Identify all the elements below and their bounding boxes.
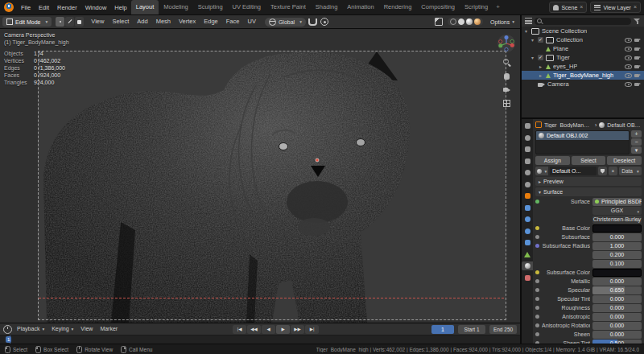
hide-in-viewport-icon[interactable] [625, 45, 632, 52]
tab-object[interactable] [522, 191, 533, 200]
disable-in-render-icon[interactable] [634, 54, 642, 61]
camera-view-icon[interactable] [502, 85, 511, 94]
end-frame-field[interactable]: End 250 [489, 325, 517, 334]
tab-modifiers[interactable] [522, 204, 533, 212]
disable-in-render-icon[interactable] [634, 80, 642, 88]
disable-in-render-icon[interactable] [634, 72, 642, 79]
menu-render[interactable]: Render [53, 1, 81, 14]
start-frame-field[interactable]: Start 1 [458, 325, 485, 334]
scene-canvas[interactable] [0, 29, 520, 323]
play-reverse-button[interactable]: ◀ [262, 325, 275, 334]
preview-section-header[interactable]: Preview [535, 177, 642, 186]
hide-in-viewport-icon[interactable] [625, 63, 632, 70]
keying-menu[interactable]: Keying [49, 323, 76, 335]
pan-tool-icon[interactable] [502, 72, 511, 80]
workspace-tab-sculpting[interactable]: Sculpting [193, 0, 228, 14]
sheen-tint-slider[interactable]: 0.500 [592, 340, 642, 344]
expand-arrow-icon[interactable]: ▾ [530, 37, 535, 43]
tab-constraints[interactable] [522, 238, 533, 247]
blender-logo-icon[interactable] [4, 2, 14, 12]
expand-arrow-icon[interactable]: ▸ [538, 64, 543, 69]
playback-menu[interactable]: Playback [14, 323, 47, 335]
outliner-row-tiger[interactable]: ▾ Tiger [522, 53, 644, 62]
hide-in-viewport-icon[interactable] [625, 80, 632, 88]
expand-arrow-icon[interactable]: ▾ [530, 55, 535, 60]
material-slot-item[interactable]: Default OBJ.002 [536, 131, 629, 140]
tiger-eye-right[interactable] [357, 139, 365, 146]
tab-physics[interactable] [522, 227, 533, 236]
browse-material-button[interactable] [535, 167, 548, 175]
tab-world[interactable] [522, 180, 533, 189]
menu-window[interactable]: Window [81, 1, 111, 14]
mode-dropdown[interactable]: Edit Mode [2, 17, 52, 27]
prev-keyframe-button[interactable]: ◀◀ [247, 325, 261, 334]
disable-in-render-icon[interactable] [634, 63, 642, 70]
remove-slot-button[interactable]: − [631, 138, 642, 146]
outliner-row-eyes-hp[interactable]: ▸ eyes_HP [522, 62, 644, 71]
material-slot-list[interactable]: Default OBJ.002 [535, 130, 630, 154]
workspace-tab-texture-paint[interactable]: Texture Paint [266, 0, 311, 14]
zoom-tool-icon[interactable] [502, 58, 511, 67]
workspace-tab-uv-editing[interactable]: UV Editing [228, 0, 266, 14]
outliner-row-scene-collection[interactable]: ▾ Scene Collection [522, 27, 644, 35]
collection-checkbox[interactable] [538, 37, 543, 43]
menu-file[interactable]: File [17, 1, 35, 14]
deselect-button[interactable]: Deselect [607, 156, 642, 165]
xray-toggle[interactable] [433, 17, 444, 27]
current-frame-field[interactable]: 1 [431, 325, 454, 334]
hide-in-viewport-icon[interactable] [625, 36, 632, 43]
subsurface-radius-field-3[interactable]: 0.100 [592, 260, 642, 268]
workspace-tab-shading[interactable]: Shading [311, 0, 343, 14]
tab-output[interactable] [522, 145, 533, 154]
expand-arrow-icon[interactable]: ▸ [538, 72, 543, 78]
menu-uv[interactable]: UV [244, 15, 258, 28]
expand-arrow-icon[interactable]: ▾ [523, 28, 529, 34]
timeline-editor-icon[interactable] [3, 325, 12, 334]
outliner-editor-icon[interactable] [525, 18, 532, 24]
tab-material[interactable] [522, 261, 533, 270]
specular-tint-slider[interactable]: 0.000 [592, 295, 642, 303]
metallic-slider[interactable]: 0.000 [592, 278, 642, 286]
jump-to-end-button[interactable]: ▶| [305, 325, 319, 334]
tab-tool[interactable] [522, 121, 533, 130]
workspace-tab-modeling[interactable]: Modeling [159, 0, 192, 14]
tab-object-data[interactable] [522, 250, 533, 259]
menu-face[interactable]: Face [223, 15, 243, 28]
shading-wireframe-icon[interactable] [450, 19, 456, 25]
material-name-field[interactable]: Default O... [550, 167, 597, 175]
distribution-dropdown[interactable]: GGX [592, 207, 642, 215]
tab-texture[interactable] [522, 274, 533, 282]
menu-select[interactable]: Select [109, 15, 132, 28]
add-slot-button[interactable]: + [631, 130, 642, 138]
view-menu[interactable]: View [78, 323, 95, 335]
scene-selector[interactable]: Scene × [549, 2, 587, 13]
workspace-tab-rendering[interactable]: Rendering [379, 0, 417, 14]
vertex-select-mode-button[interactable] [56, 17, 64, 27]
outliner-row-plane[interactable]: Plane [522, 44, 644, 53]
unlink-scene-icon[interactable]: × [580, 3, 583, 11]
play-button[interactable]: ▶ [276, 325, 290, 334]
disable-in-render-icon[interactable] [634, 36, 642, 43]
collection-checkbox[interactable] [538, 55, 543, 60]
hide-in-viewport-icon[interactable] [625, 72, 632, 79]
next-keyframe-button[interactable]: ▶▶ [291, 325, 304, 334]
viewport-3d[interactable]: Camera Perspective (1) Tiger_BodyMane_hi… [0, 29, 520, 323]
outliner-row-camera[interactable]: Camera [522, 80, 644, 88]
edge-select-mode-button[interactable] [65, 17, 74, 27]
playhead[interactable]: 1 [10, 335, 10, 344]
tab-view-layer[interactable] [522, 157, 533, 166]
menu-edit[interactable]: Edit [35, 1, 53, 14]
filter-icon[interactable] [634, 18, 641, 25]
transform-orientation-dropdown[interactable]: Global [265, 18, 306, 27]
menu-view[interactable]: View [88, 15, 107, 28]
3d-cursor[interactable] [316, 158, 319, 162]
tab-scene[interactable] [522, 168, 533, 177]
workspace-tab-compositing[interactable]: Compositing [416, 0, 460, 14]
outliner-search-input[interactable] [535, 18, 631, 25]
subsurface-slider[interactable]: 0.000 [592, 233, 642, 241]
disable-in-render-icon[interactable] [634, 45, 642, 52]
unlink-view-layer-icon[interactable]: × [634, 3, 637, 11]
workspace-tab-layout[interactable]: Layout [131, 0, 159, 14]
proportional-editing-toggle[interactable] [320, 17, 330, 27]
hide-in-viewport-icon[interactable] [625, 54, 632, 61]
